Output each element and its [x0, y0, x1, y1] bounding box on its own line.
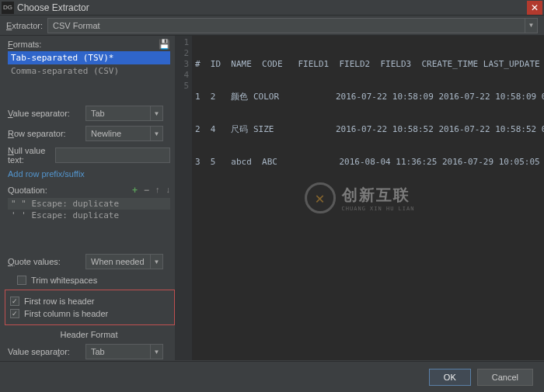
- highlight-box: First row is header First column is head…: [5, 290, 175, 325]
- left-pane: Formats: 💾 Tab-separated (TSV)* Comma-se…: [0, 36, 175, 360]
- preview-pane: 1 2 3 4 5 # ID NAME CODE FIELD1 FIELD2 F…: [175, 36, 544, 360]
- chevron-down-icon: ▼: [150, 106, 162, 120]
- trim-checkbox[interactable]: [17, 276, 26, 285]
- save-icon[interactable]: 💾: [159, 39, 170, 50]
- header-format-label: Header Format: [8, 330, 170, 339]
- arrow-down-icon[interactable]: ↓: [166, 185, 171, 196]
- first-col-label: First column is header: [24, 309, 108, 318]
- add-prefix-link[interactable]: Add row prefix/suffix: [8, 169, 170, 179]
- hf-value-sep-value: Tab: [91, 347, 105, 356]
- row-sep-value: Newline: [91, 129, 121, 138]
- quotation-list[interactable]: " " Escape: duplicate ' ' Escape: duplic…: [8, 198, 170, 221]
- null-value-label: Null value text:: [8, 146, 55, 165]
- hf-value-sep-label: Value separator:: [8, 347, 85, 356]
- preview-code[interactable]: # ID NAME CODE FIELD1 FIELD2 FIELD3 CREA…: [192, 36, 544, 213]
- quotation-row[interactable]: " " Escape: duplicate: [8, 198, 170, 210]
- gutter: 1 2 3 4 5: [175, 36, 192, 360]
- app-icon: DG: [2, 2, 14, 14]
- quote-values-select[interactable]: When needed ▼: [85, 254, 163, 269]
- format-item-csv[interactable]: Comma-separated (CSV): [8, 64, 170, 78]
- extractor-value: CSV Format: [53, 21, 100, 30]
- quote-values-value: When needed: [91, 257, 145, 266]
- format-item-tsv[interactable]: Tab-separated (TSV)*: [8, 51, 170, 64]
- button-bar: OK Cancel: [0, 361, 544, 392]
- row-sep-label: Row separator:: [8, 129, 85, 138]
- extractor-label: Extractor:: [6, 21, 43, 30]
- value-sep-select[interactable]: Tab ▼: [85, 106, 163, 121]
- trim-label: Trim whitespaces: [31, 276, 97, 285]
- arrow-up-icon[interactable]: ↑: [155, 185, 160, 196]
- cancel-button[interactable]: Cancel: [477, 369, 533, 386]
- row-sep-select[interactable]: Newline ▼: [85, 126, 163, 141]
- extractor-row: Extractor: CSV Format ▼: [0, 16, 544, 36]
- window-title: Choose Extractor: [17, 2, 527, 13]
- first-col-checkbox[interactable]: [10, 309, 19, 318]
- chevron-down-icon: ▼: [150, 255, 162, 269]
- extractor-select[interactable]: CSV Format ▼: [47, 18, 538, 33]
- quotation-label: Quotation:: [8, 186, 47, 195]
- preview-line: 1 2 颜色 COLOR 2016-07-22 10:58:09 2016-07…: [195, 92, 541, 102]
- formats-list[interactable]: Tab-separated (TSV)* Comma-separated (CS…: [8, 51, 170, 78]
- preview-line: 3 5 abcd ABC 2016-08-04 11:36:25 2016-07…: [195, 157, 541, 168]
- quotation-row[interactable]: ' ' Escape: duplicate: [8, 210, 170, 221]
- minus-icon[interactable]: −: [144, 185, 149, 196]
- chevron-down-icon: ▼: [150, 345, 162, 359]
- hf-value-sep-select[interactable]: Tab ▼: [85, 344, 163, 359]
- chevron-down-icon: ▼: [150, 127, 162, 140]
- close-icon[interactable]: ✕: [527, 1, 542, 15]
- plus-icon[interactable]: +: [132, 185, 138, 196]
- null-value-input[interactable]: [55, 147, 170, 163]
- value-sep-value: Tab: [91, 109, 105, 118]
- formats-label-row: Formats: 💾: [8, 39, 170, 50]
- chevron-down-icon: ▼: [525, 19, 537, 33]
- title-bar: DG Choose Extractor ✕: [0, 0, 544, 16]
- quote-values-label: Quote values:: [8, 257, 85, 266]
- first-row-checkbox[interactable]: [10, 297, 19, 306]
- ok-button[interactable]: OK: [429, 369, 471, 386]
- preview-line: 2 4 尺码 SIZE 2016-07-22 10:58:52 2016-07-…: [195, 124, 541, 135]
- formats-label: Formats:: [8, 40, 41, 49]
- first-row-label: First row is header: [24, 297, 95, 306]
- preview-line: # ID NAME CODE FIELD1 FIELD2 FIELD3 CREA…: [195, 59, 541, 70]
- value-sep-label: Value separator:: [8, 109, 85, 118]
